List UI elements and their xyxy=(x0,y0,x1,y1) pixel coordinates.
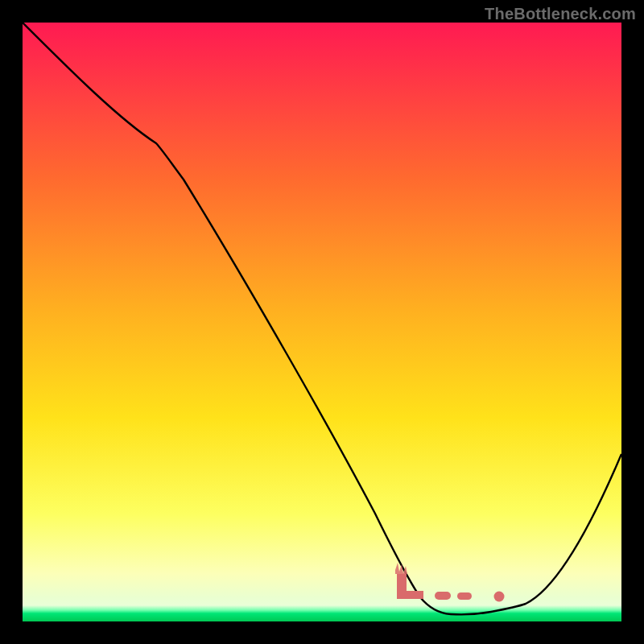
watermark-text: TheBottleneck.com xyxy=(485,5,636,23)
bottleneck-curve xyxy=(23,23,621,614)
marker-L xyxy=(397,574,423,599)
marker-dash-1 xyxy=(435,592,451,600)
chart-frame xyxy=(23,23,621,621)
marker-dot xyxy=(494,592,505,602)
curve-svg xyxy=(23,23,621,621)
marker-dash-2 xyxy=(457,592,472,600)
